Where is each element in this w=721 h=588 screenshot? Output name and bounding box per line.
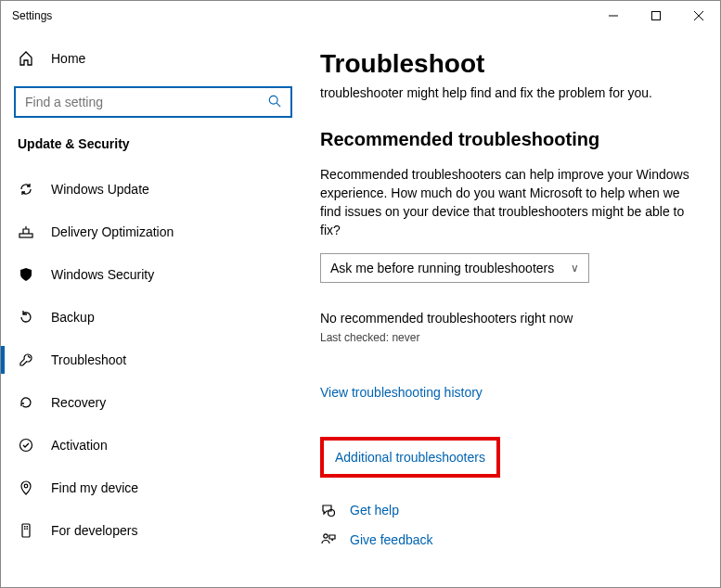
sidebar: Home Update & Security Windows Update De…: [1, 31, 305, 587]
nav-list: Windows Update Delivery Optimization Win…: [1, 168, 305, 552]
search-icon: [268, 95, 281, 110]
give-feedback-row[interactable]: Give feedback: [320, 531, 702, 548]
dropdown-value: Ask me before running troubleshooters: [330, 261, 554, 275]
additional-troubleshooters-link[interactable]: Additional troubleshooters: [335, 450, 485, 465]
get-help-icon: [320, 502, 337, 518]
sidebar-item-windows-update[interactable]: Windows Update: [1, 168, 305, 211]
section-description: Recommended troubleshooters can help imp…: [320, 165, 691, 240]
svg-rect-13: [27, 529, 29, 530]
sidebar-item-label: Find my device: [51, 480, 138, 495]
svg-point-15: [324, 534, 328, 538]
sidebar-item-backup[interactable]: Backup: [1, 296, 305, 339]
search-input[interactable]: [25, 95, 268, 109]
sidebar-item-label: Windows Update: [51, 182, 149, 197]
svg-rect-11: [27, 526, 29, 528]
svg-rect-10: [24, 526, 26, 528]
sidebar-item-label: Troubleshoot: [51, 352, 126, 367]
svg-point-4: [269, 96, 277, 104]
get-help-link[interactable]: Get help: [350, 503, 399, 518]
sidebar-item-label: Windows Security: [51, 267, 154, 282]
svg-point-7: [20, 440, 32, 452]
main-content: Troubleshoot troubleshooter might help f…: [305, 31, 720, 587]
window-controls: [592, 1, 720, 31]
activation-icon: [18, 437, 34, 454]
svg-point-8: [24, 484, 28, 488]
home-icon: [18, 50, 34, 67]
wrench-icon: [18, 352, 34, 368]
feedback-icon: [320, 531, 337, 548]
give-feedback-link[interactable]: Give feedback: [350, 532, 433, 547]
sidebar-item-label: Recovery: [51, 395, 106, 410]
content-container: Home Update & Security Windows Update De…: [1, 31, 720, 587]
sidebar-item-activation[interactable]: Activation: [1, 424, 305, 467]
location-icon: [18, 479, 34, 496]
window-title: Settings: [12, 9, 52, 22]
search-box[interactable]: [14, 86, 292, 118]
shield-icon: [18, 266, 34, 283]
sidebar-item-find-my-device[interactable]: Find my device: [1, 467, 305, 509]
close-button[interactable]: [677, 1, 720, 31]
sync-icon: [18, 181, 34, 198]
delivery-icon: [18, 224, 34, 240]
home-nav[interactable]: Home: [1, 40, 305, 77]
home-label: Home: [51, 51, 85, 66]
intro-text: troubleshooter might help find and fix t…: [320, 84, 702, 103]
section-heading: Recommended troubleshooting: [320, 129, 702, 150]
page-title: Troubleshoot: [320, 49, 702, 79]
svg-rect-9: [22, 524, 30, 537]
sidebar-item-troubleshoot[interactable]: Troubleshoot: [1, 339, 305, 381]
status-text: No recommended troubleshooters right now: [320, 311, 702, 326]
svg-line-5: [277, 103, 280, 107]
svg-rect-6: [19, 234, 32, 237]
maximize-button[interactable]: [635, 1, 677, 31]
sidebar-item-recovery[interactable]: Recovery: [1, 381, 305, 424]
titlebar: Settings: [1, 1, 720, 31]
sidebar-item-windows-security[interactable]: Windows Security: [1, 253, 305, 296]
sidebar-item-for-developers[interactable]: For developers: [1, 509, 305, 552]
developer-icon: [18, 522, 34, 539]
sidebar-item-label: Backup: [51, 310, 95, 325]
sidebar-item-label: For developers: [51, 523, 137, 538]
chevron-down-icon: ∨: [571, 262, 579, 275]
troubleshoot-preference-dropdown[interactable]: Ask me before running troubleshooters ∨: [320, 253, 589, 283]
additional-troubleshooters-highlight: Additional troubleshooters: [320, 437, 500, 478]
svg-rect-1: [652, 12, 661, 20]
sidebar-item-delivery-optimization[interactable]: Delivery Optimization: [1, 211, 305, 253]
sidebar-item-label: Delivery Optimization: [51, 224, 174, 239]
view-history-link[interactable]: View troubleshooting history: [320, 385, 483, 400]
recovery-icon: [18, 394, 34, 411]
backup-icon: [18, 309, 34, 326]
sidebar-item-label: Activation: [51, 438, 108, 453]
get-help-row[interactable]: Get help: [320, 502, 702, 518]
minimize-button[interactable]: [592, 1, 635, 31]
last-checked-text: Last checked: never: [320, 331, 702, 344]
category-heading: Update & Security: [1, 134, 305, 168]
svg-rect-12: [24, 529, 26, 530]
